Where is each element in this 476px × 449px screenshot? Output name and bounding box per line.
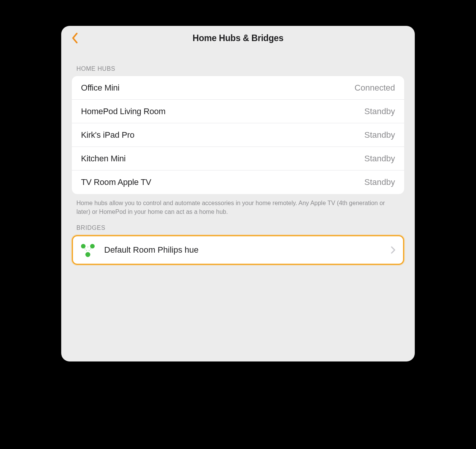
hub-status: Connected	[355, 83, 395, 93]
chevron-left-icon	[71, 32, 78, 44]
hue-bridge-icon	[80, 242, 96, 258]
hub-row[interactable]: HomePod Living Room Standby	[72, 100, 404, 123]
svg-point-4	[86, 250, 87, 251]
svg-point-2	[86, 252, 90, 257]
hub-row[interactable]: Office Mini Connected	[72, 76, 404, 100]
page-title: Home Hubs & Bridges	[192, 33, 283, 43]
home-hubs-footer: Home hubs allow you to control and autom…	[72, 194, 404, 216]
hub-status: Standby	[364, 107, 395, 116]
svg-point-3	[84, 248, 86, 250]
settings-panel: Home Hubs & Bridges HOME HUBS Office Min…	[61, 26, 415, 361]
home-hubs-card: Office Mini Connected HomePod Living Roo…	[72, 76, 404, 194]
panel-content: HOME HUBS Office Mini Connected HomePod …	[61, 50, 415, 265]
bridge-row[interactable]: Default Room Philips hue	[73, 236, 403, 264]
bridge-name: Default Room Philips hue	[104, 245, 382, 255]
hub-row[interactable]: Kirk's iPad Pro Standby	[72, 123, 404, 147]
back-button[interactable]	[68, 31, 82, 45]
hub-row[interactable]: TV Room Apple TV Standby	[72, 170, 404, 194]
svg-point-5	[89, 250, 90, 251]
hub-name: Kirk's iPad Pro	[81, 130, 135, 140]
chevron-right-icon	[391, 246, 395, 254]
hub-status: Standby	[364, 130, 395, 140]
hub-status: Standby	[364, 154, 395, 164]
panel-header: Home Hubs & Bridges	[61, 26, 415, 50]
hub-name: HomePod Living Room	[81, 107, 165, 116]
hub-name: Kitchen Mini	[81, 154, 125, 164]
bridges-card: Default Room Philips hue	[72, 235, 404, 265]
section-header-home-hubs: HOME HUBS	[72, 50, 404, 76]
hub-name: TV Room Apple TV	[81, 177, 151, 187]
svg-point-0	[81, 244, 86, 248]
section-header-bridges: BRIDGES	[72, 216, 404, 235]
svg-point-7	[87, 247, 88, 248]
hub-name: Office Mini	[81, 83, 119, 93]
hub-status: Standby	[364, 177, 395, 187]
svg-point-1	[90, 244, 95, 248]
hub-row[interactable]: Kitchen Mini Standby	[72, 147, 404, 170]
svg-point-6	[90, 248, 91, 250]
